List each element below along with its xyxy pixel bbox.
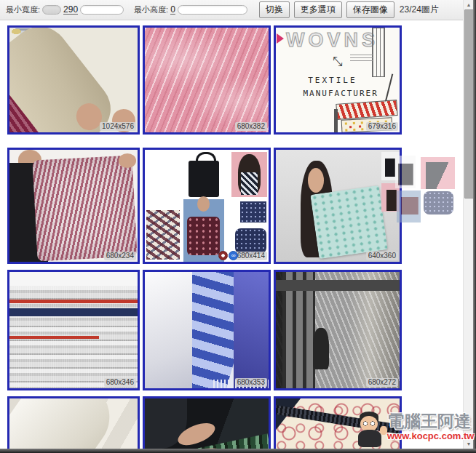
image-thumbnail-11[interactable] [143,396,271,453]
min-width-value[interactable]: 290 [63,5,78,15]
size-badge: 640x360 [366,252,398,260]
thumbnail-picture [9,272,138,388]
min-height-value[interactable]: 0 [170,5,175,15]
vertical-scrollbar[interactable]: ▲ ▼ [463,0,473,449]
size-badge: 680x272 [366,378,398,387]
window-right-edge [473,0,476,453]
site-watermark: 電腦王阿達 www.kocpc.com.tw [355,412,472,448]
min-width-slider-track[interactable] [80,5,124,15]
size-badge: 680x414 [235,252,267,260]
image-count: 23/24圖片 [400,4,439,16]
image-thumbnail-4[interactable]: 680x234 [7,148,140,264]
min-height-label: 最小高度: [134,4,168,15]
ghost-thumbnail-pouch [424,191,453,215]
size-badge: 680x382 [235,122,267,131]
more-options-button[interactable]: 更多選項 [294,1,342,18]
watermark-site-name: 電腦王阿達 [387,412,472,430]
min-width-slider-fill[interactable] [42,5,61,15]
ghost-thumbnail-pillow [397,191,421,223]
scroll-up-button[interactable]: ▲ [464,0,474,9]
thumbnail-picture [276,150,400,262]
toggle-button[interactable]: 切换 [259,1,290,18]
min-width-label: 最小寬度: [6,4,40,15]
play-icon [277,33,284,44]
size-badge: 680x346 [104,378,136,387]
size-badge: 680x234 [104,252,136,260]
image-thumbnail-9[interactable]: 680x272 [274,270,402,390]
thumbnail-picture [276,272,400,388]
thumbnail-picture [145,28,269,132]
window-bottom-edge [0,449,476,453]
size-badge: 680x353 [235,378,267,387]
image-thumbnail-2[interactable]: 680x382 [143,25,271,135]
watermark-site-url: www.kocpc.com.tw [387,430,472,441]
thumbnail-picture [9,150,138,262]
sketch-text-line1: TEXTILE [308,76,357,85]
thumbnail-picture [9,28,138,132]
brand-text: WOVNS [286,29,378,52]
image-thumbnail-7[interactable]: 680x346 [7,270,140,390]
size-badge: 679x316 [366,122,398,131]
save-images-button[interactable]: 保存圖像 [346,1,394,18]
preview-icon[interactable] [218,251,228,260]
filter-toolbar: 最小寬度: 290 最小高度: 0 切换 更多選項 保存圖像 23/24圖片 [0,0,463,20]
image-thumbnail-10[interactable] [7,396,140,453]
link-icon[interactable]: ∞ [229,251,238,260]
sketch-text-line2: MANUFACTURER [303,89,378,98]
thumbnail-picture [145,272,269,388]
thumbnail-picture: WOVNS ⤡ TEXTILE MANUFACTURER [276,28,400,132]
image-thumbnail-8[interactable]: 680x353 [143,270,271,390]
image-thumbnail-1[interactable]: 1024x576 [7,25,140,135]
thumbnail-picture [145,150,269,262]
image-thumbnail-5[interactable]: ∞ 680x414 [143,148,271,264]
thumbnail-picture [145,398,269,453]
thumbnail-picture [9,398,138,453]
image-thumbnail-6[interactable]: 640x360 [274,148,402,264]
sketch-arrow-icon: ⤡ [333,55,344,70]
ghost-thumbnail-bag [395,156,416,188]
min-height-slider-track[interactable] [178,5,247,15]
size-badge: 1024x576 [100,122,136,131]
image-thumbnail-3[interactable]: WOVNS ⤡ TEXTILE MANUFACTURER 679x316 [274,25,402,135]
ghost-thumbnail-portrait [421,157,455,189]
mascot-logo [355,412,386,448]
